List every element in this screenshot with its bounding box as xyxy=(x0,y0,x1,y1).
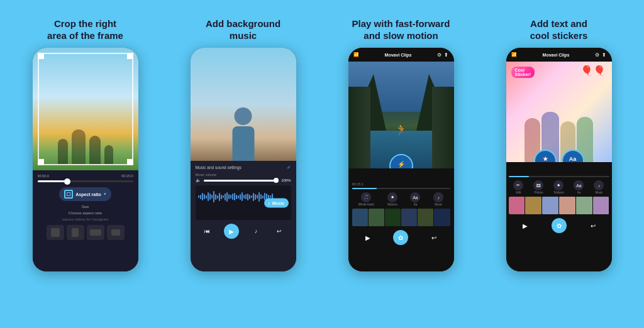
whole-audio-icon: 🎵 xyxy=(361,192,371,202)
tool-text-2[interactable]: Aa Aa xyxy=(574,180,584,194)
tool-whole-audio[interactable]: 🎵 Whole Audio xyxy=(358,192,374,206)
music-track-area: ♪ Music xyxy=(196,185,291,220)
header-icons-stickers: ⚙ ⬆ xyxy=(595,52,606,58)
thumb-3 xyxy=(385,209,401,226)
family-photo xyxy=(33,48,138,170)
phone-music: Music and sound settings ✓ Music volume … xyxy=(191,48,296,271)
edit-icon: ✏ xyxy=(513,180,523,190)
edit-label: Edit xyxy=(516,191,521,194)
phone-crop: 00:00.0 00:15.0 Aspect ratio ▾ xyxy=(33,48,138,271)
sticker-icon: ★ xyxy=(543,156,548,162)
photos-label: Photos xyxy=(534,191,543,194)
cards-container: Crop the right area of the frame xyxy=(0,0,644,328)
aspect-43[interactable] xyxy=(67,225,84,240)
music-badge-label: Music xyxy=(272,200,285,205)
settings-icon[interactable]: ⚙ xyxy=(437,52,441,58)
thumbnails-speed xyxy=(352,209,450,226)
bottom-controls-music: ⏮ ▶ ♪ ↩ xyxy=(196,221,291,241)
time-end: 00:15.0 xyxy=(121,174,133,178)
stickers-badge-btn[interactable]: ★ Stickers xyxy=(534,150,557,162)
card-crop: Crop the right area of the frame xyxy=(10,11,160,317)
thumb-s3 xyxy=(542,197,558,214)
stickers-tool-icon: ★ xyxy=(553,180,564,190)
app-name-speed: Movavi Clips xyxy=(385,53,412,57)
settings-icon-2[interactable]: ⚙ xyxy=(595,52,599,58)
child-music-photo xyxy=(191,48,296,161)
tool-stickers[interactable]: ★ Stickers xyxy=(387,192,397,206)
chevron-down-icon: ▾ xyxy=(104,192,106,197)
stickers-tool-label: Stickers xyxy=(553,191,564,194)
app-header-stickers: 📶 Movavi Clips ⚙ ⬆ xyxy=(506,48,612,62)
music-stickers-label: Music xyxy=(596,191,603,194)
instagram-label: square videos for instagram xyxy=(38,217,133,221)
text-badge-btn[interactable]: Aa Text xyxy=(562,150,584,162)
share-icon[interactable]: ⬆ xyxy=(444,52,448,58)
undo-speed-btn[interactable]: ↩ xyxy=(428,231,440,244)
tool-music-speed[interactable]: ♪ Music xyxy=(433,192,443,206)
wifi-icon-2: 📶 xyxy=(511,52,517,57)
speed-primary-btn[interactable]: ✿ xyxy=(393,230,408,245)
thumb-5 xyxy=(418,209,433,226)
time-start: 00:00.0 xyxy=(38,174,49,178)
edit-tools-speed: 🎵 Whole Audio ★ Stickers Aa Aa ♪ xyxy=(352,192,450,206)
phone-stickers: 📶 Movavi Clips ⚙ ⬆ Cool Sticker! 🎈🎈 xyxy=(506,48,612,271)
sticker-overlay: Cool Sticker! xyxy=(511,67,535,78)
bottom-controls-stickers: ▶ ✿ ↩ xyxy=(509,216,609,236)
video-timeline[interactable] xyxy=(352,188,450,189)
thumb-s5 xyxy=(576,197,592,214)
music-icon-btn[interactable]: ♪ xyxy=(250,225,262,238)
timeline-bar[interactable] xyxy=(38,180,133,182)
tool-text[interactable]: Aa Aa xyxy=(410,192,420,206)
card-stickers: Add text and cool stickers 📶 Movavi Clip… xyxy=(484,11,634,317)
card-music-title: Add background music xyxy=(197,11,289,48)
text-tool-icon-2: Aa xyxy=(574,180,584,190)
music-speed-label: Music xyxy=(435,203,442,206)
card-speed-title: Play with fast-forward and slow motion xyxy=(343,11,459,48)
rewind-button[interactable]: ⏮ xyxy=(201,225,213,238)
music-speed-icon: ♪ xyxy=(433,192,443,202)
time-current: 00:15.1 xyxy=(352,182,364,186)
tool-edit[interactable]: ✏ Edit xyxy=(513,180,523,194)
aspect-ratio-label: Aspect ratio xyxy=(75,192,101,197)
aspect-169[interactable] xyxy=(87,225,104,240)
app-name-stickers: Movavi Clips xyxy=(543,53,570,57)
volume-percent: 100% xyxy=(281,178,291,182)
play-button[interactable]: ▶ xyxy=(224,224,239,239)
play-stickers-btn[interactable]: ▶ xyxy=(519,219,531,232)
aspect-custom[interactable] xyxy=(107,225,125,240)
music-badge[interactable]: ♪ Music xyxy=(264,198,289,207)
party-photo: Cool Sticker! 🎈🎈 ★ xyxy=(506,62,612,162)
canyon-video: 🏃 ⚡ Speed xyxy=(348,62,454,168)
share-icon-2[interactable]: ⬆ xyxy=(602,52,606,58)
aspect-11[interactable] xyxy=(47,225,64,240)
volume-bar[interactable] xyxy=(204,180,279,182)
video-timeline-2[interactable] xyxy=(509,176,609,177)
header-icons-speed: ⚙ ⬆ xyxy=(437,52,448,58)
speed-label: Speed xyxy=(396,168,406,169)
text-tool-label: Aa xyxy=(414,203,418,206)
aspect-ratio-button[interactable]: Aspect ratio ▾ xyxy=(59,187,111,201)
thumb-s6 xyxy=(593,197,609,214)
card-speed: Play with fast-forward and slow motion 📶… xyxy=(326,11,476,317)
stickers-icon: ★ xyxy=(387,192,397,202)
tool-photos[interactable]: 🖼 Photos xyxy=(533,180,543,194)
thumb-s1 xyxy=(509,197,525,214)
volume-row: 🔈 100% xyxy=(196,178,291,183)
thumb-s2 xyxy=(525,197,541,214)
wifi-icon: 📶 xyxy=(353,52,359,57)
size-label: Size xyxy=(38,205,133,209)
aspect-ratio-icon xyxy=(64,190,73,199)
stickers-primary-btn[interactable]: ✿ xyxy=(552,218,567,233)
undo-stickers-btn[interactable]: ↩ xyxy=(587,219,599,232)
text-tool-label-2: Aa xyxy=(577,191,581,194)
card-music: Add background music Music and sound set… xyxy=(168,11,318,317)
tool-music-stickers[interactable]: ♪ Music xyxy=(594,180,604,194)
thumb-4 xyxy=(401,209,417,226)
undo-button[interactable]: ↩ xyxy=(273,225,286,238)
sticker-text: Cool Sticker! xyxy=(515,68,531,77)
stickers-label: Stickers xyxy=(387,203,397,206)
volume-icon: 🔈 xyxy=(196,178,201,183)
tool-stickers-2[interactable]: ★ Stickers xyxy=(553,180,564,194)
play-speed-btn[interactable]: ▶ xyxy=(362,231,374,244)
check-icon[interactable]: ✓ xyxy=(287,165,291,170)
